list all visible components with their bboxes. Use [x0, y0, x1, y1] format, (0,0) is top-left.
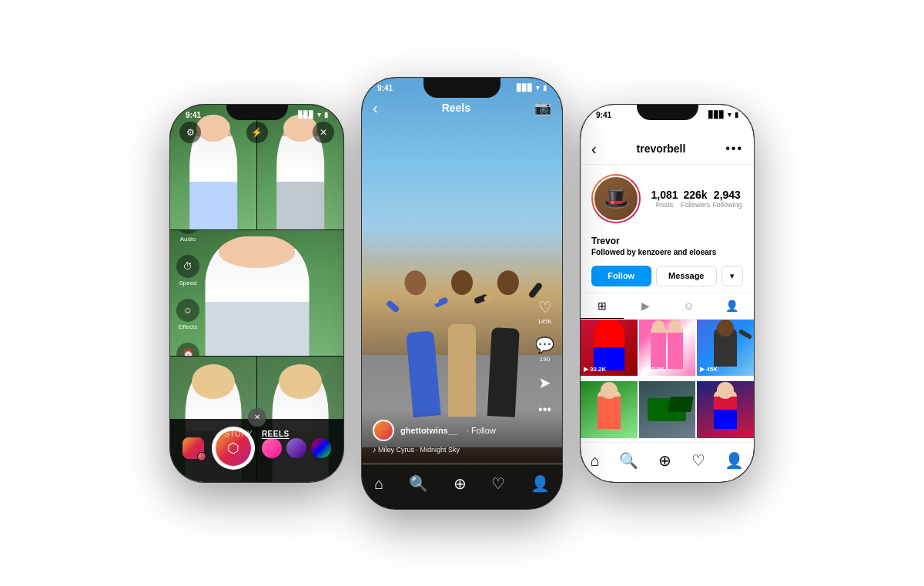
comment-count: 190 — [540, 356, 550, 363]
story-reels-tabs: STORY REELS — [224, 430, 289, 439]
color-dot-purple[interactable] — [286, 438, 306, 458]
gallery-avatar[interactable] — [182, 437, 204, 459]
search-profile-nav[interactable]: 🔍 — [619, 451, 638, 470]
tagged-tab[interactable]: ☺ — [668, 293, 711, 319]
share-icon: ➤ — [538, 373, 551, 392]
effects-label: Effects — [179, 323, 197, 330]
profile-display-name: Trevor — [591, 236, 743, 246]
play-icon-2: ▶ — [642, 366, 647, 373]
grid-play-count-1: ▶ 30.2K — [584, 366, 606, 373]
color-dot-pink[interactable] — [262, 438, 282, 458]
profile-more-button[interactable]: ••• — [725, 142, 743, 156]
reels-song: ♪ Miley Cyrus · Midnight Sky — [373, 446, 551, 454]
following-stat: 2,943 Following — [712, 189, 742, 209]
following-label: Following — [712, 201, 742, 209]
side-menu: ♪ Audio ⏱ Speed ☺ Effects — [176, 230, 199, 356]
settings-icon[interactable]: ⚙ — [179, 122, 201, 143]
home-profile-nav[interactable]: ⌂ — [591, 452, 600, 470]
posts-label: Posts — [656, 201, 674, 209]
profile-username: trevorbell — [637, 142, 686, 155]
comment-button[interactable]: 💬 190 — [535, 336, 554, 363]
speed-item[interactable]: ⏱ Speed — [176, 255, 199, 286]
story-tab[interactable]: STORY — [224, 430, 253, 439]
profile-nav-icon[interactable]: 👤 — [531, 474, 550, 493]
grid-item-3[interactable]: ▶ 45K — [697, 320, 754, 377]
status-bar-2: 9:41 ▊▊▊ ▾ ▮ — [362, 78, 562, 95]
song-text: ♪ Miley Cyrus · Midnight Sky — [373, 446, 460, 454]
color-dot-multi[interactable] — [311, 438, 331, 458]
profile-bottom-nav: ⌂ 🔍 ⊕ ♡ 👤 — [581, 442, 754, 482]
profile-grid: ▶ 30.2K — [581, 320, 754, 442]
profile-avatar: 🎩 — [593, 176, 639, 222]
dancers — [362, 186, 562, 417]
followers-label: Followers — [681, 201, 711, 209]
flash-icon[interactable]: ⚡ — [246, 122, 268, 143]
back-arrow-reels[interactable]: ‹ — [373, 99, 378, 117]
camera-icon-reels[interactable]: 📷 — [534, 99, 551, 116]
posts-stat: 1,081 Posts — [651, 189, 678, 209]
reels-actions: ♡ 145K 💬 190 ➤ ••• — [535, 298, 554, 417]
speed-label: Speed — [179, 280, 196, 286]
following-count: 2,943 — [714, 189, 741, 201]
grid-play-count-3: ▶ 45K — [700, 366, 718, 373]
like-button[interactable]: ♡ 145K — [537, 298, 552, 325]
audio-icon: ♪ — [176, 230, 199, 234]
reels-user-avatar — [373, 420, 394, 441]
chevron-button[interactable]: ▾ — [721, 266, 743, 286]
remove-filter-button[interactable]: ✕ — [248, 408, 266, 427]
phone-profile: 9:41 ▊▊▊ ▾ ▮ ‹ trevorbell ••• 🎩 — [581, 105, 754, 482]
back-arrow-profile[interactable]: ‹ — [591, 140, 597, 158]
audio-item[interactable]: ♪ Audio — [176, 230, 199, 243]
grid-item-1[interactable]: ▶ 30.2K — [581, 320, 638, 377]
time-1: 9:41 — [186, 111, 201, 119]
share-button[interactable]: ➤ — [538, 373, 551, 392]
color-options — [262, 438, 331, 458]
play-icon-1: ▶ — [584, 366, 588, 373]
time-3: 9:41 — [596, 111, 611, 119]
reels-bottom-nav: ⌂ 🔍 ⊕ ♡ 👤 — [362, 464, 562, 509]
speed-icon: ⏱ — [176, 255, 199, 278]
reels-tab-profile[interactable]: ▶ — [624, 293, 667, 319]
phone-camera: 9:41 ▊▊▊ ▾ ▮ — [170, 105, 343, 482]
grid-item-5[interactable] — [639, 381, 696, 438]
timer-item[interactable]: ⏰ Timer — [176, 343, 199, 355]
heart-nav-icon[interactable]: ♡ — [491, 474, 505, 493]
message-button[interactable]: Message — [656, 266, 718, 286]
reels-title: Reels — [442, 102, 470, 114]
status-bar-1: 9:41 ▊▊▊ ▾ ▮ — [170, 105, 343, 122]
profile-action-row: Follow Message ▾ — [581, 260, 754, 293]
profile-header-bar: ‹ trevorbell ••• — [581, 119, 754, 165]
effects-icon: ☺ — [176, 299, 199, 322]
status-bar-3: 9:41 ▊▊▊ ▾ ▮ — [581, 105, 754, 122]
followed-by-users: kenzoere and eloears — [638, 248, 717, 256]
grid-tab[interactable]: ⊞ — [581, 293, 624, 319]
time-2: 9:41 — [377, 84, 393, 92]
comment-icon: 💬 — [535, 336, 554, 354]
profile-stats-row: 🎩 1,081 Posts 226k Followers 2,943 Follo… — [581, 165, 754, 233]
grid-item-6[interactable] — [697, 381, 754, 438]
heart-profile-nav[interactable]: ♡ — [691, 451, 705, 470]
phone-reels: 9:41 ▊▊▊ ▾ ▮ ‹ Reels 📷 ♡ 145K — [362, 78, 562, 509]
reels-follow[interactable]: · Follow — [467, 426, 496, 435]
reels-tab[interactable]: REELS — [262, 430, 290, 439]
grid-play-count-2: ▶ 37.3K — [642, 366, 665, 373]
add-nav-icon[interactable]: ⊕ — [454, 474, 467, 493]
add-profile-nav[interactable]: ⊕ — [658, 451, 671, 470]
profile-profile-nav[interactable]: 👤 — [725, 451, 744, 470]
reels-username: ghettotwins__ — [400, 426, 457, 435]
close-icon[interactable]: ✕ — [313, 122, 334, 143]
search-nav-icon[interactable]: 🔍 — [409, 474, 428, 493]
status-icons-2: ▊▊▊ ▾ ▮ — [517, 84, 547, 92]
profile-screen: 9:41 ▊▊▊ ▾ ▮ ‹ trevorbell ••• 🎩 — [581, 105, 754, 482]
phones-container: 9:41 ▊▊▊ ▾ ▮ — [155, 62, 769, 524]
home-nav-icon[interactable]: ⌂ — [374, 475, 383, 493]
grid-item-2[interactable]: ▶ 37.3K — [639, 320, 696, 377]
grid-item-4[interactable] — [581, 381, 638, 438]
reels-screen: 9:41 ▊▊▊ ▾ ▮ ‹ Reels 📷 ♡ 145K — [362, 78, 562, 509]
play-icon-3: ▶ — [700, 366, 705, 373]
timer-icon: ⏰ — [176, 343, 199, 355]
follow-button[interactable]: Follow — [591, 266, 651, 286]
saved-tab[interactable]: 👤 — [711, 293, 754, 319]
posts-count: 1,081 — [651, 189, 678, 201]
effects-item[interactable]: ☺ Effects — [176, 299, 199, 330]
